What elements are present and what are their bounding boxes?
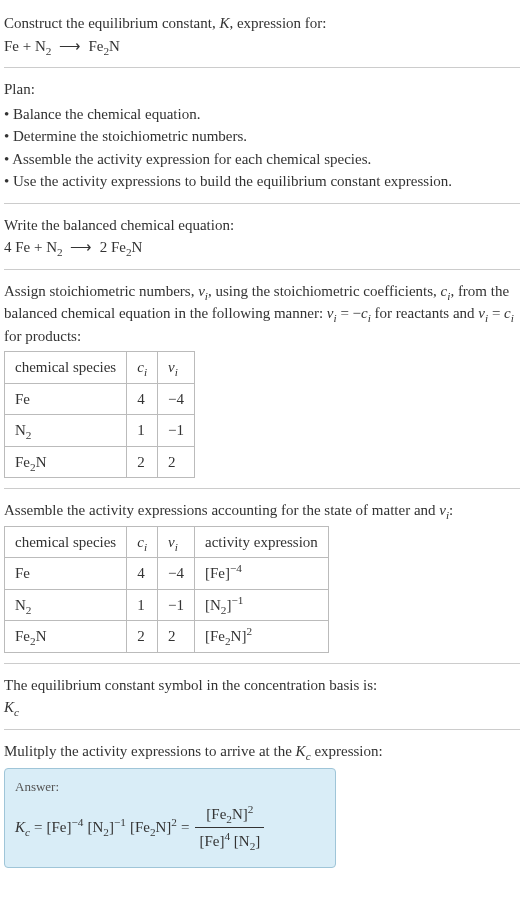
table-row: N2 1 −1 [5,415,195,447]
t: Fe [15,454,30,470]
plus: + [30,239,46,255]
t: [N [205,597,221,613]
table-header-row: chemical species ci νi activity expressi… [5,526,329,558]
cell-nu: −4 [158,383,195,415]
sub: i [511,312,514,324]
exp: −4 [71,816,83,828]
text: expression: [311,743,383,759]
reactant-2: N2 [35,38,51,54]
exp: 2 [246,625,252,637]
denominator: [Fe]4 [N2] [195,828,264,853]
text: = − [337,305,361,321]
cell-c: 1 [127,589,158,621]
c: c [137,359,144,375]
table-header-row: chemical species ci νi [5,352,195,384]
s: 2 [26,604,32,616]
nu: ν [168,359,175,375]
t: N] [231,628,247,644]
kc-symbol: Kc [4,696,520,719]
sub: i [175,366,178,378]
arrow-icon: ⟶ [70,239,92,255]
activity-table: chemical species ci νi activity expressi… [4,526,329,653]
col-species: chemical species [5,352,127,384]
divider [4,269,520,270]
cell-nu: −4 [158,558,195,590]
plan-item: Balance the chemical equation. [4,103,520,126]
col-c: ci [127,526,158,558]
cell-activity: [N2]−1 [194,589,328,621]
plan-list: Balance the chemical equation. Determine… [4,103,520,193]
t: [Fe] [46,819,71,835]
plan-section: Plan: Balance the chemical equation. Det… [4,78,520,193]
t: [Fe] [199,833,224,849]
t: [Fe [205,628,225,644]
exp: 4 [224,830,230,842]
t: N] [232,806,248,822]
plan-title: Plan: [4,78,520,101]
cell-activity: [Fe]−4 [194,558,328,590]
fraction: [Fe2N]2 [Fe]4 [N2] [195,803,264,853]
divider [4,203,520,204]
prompt-text: Construct the equilibrium constant, [4,15,219,31]
divider [4,67,520,68]
plan-item: Assemble the activity expression for eac… [4,148,520,171]
table-row: Fe2N 2 2 [Fe2N]2 [5,621,329,653]
exp: −1 [231,594,243,606]
K: K [15,819,25,835]
cell-c: 4 [127,558,158,590]
sub: i [144,366,147,378]
text: for products: [4,328,81,344]
table-row: Fe 4 −4 [Fe]−4 [5,558,329,590]
stoich-table: chemical species ci νi Fe 4 −4 N2 1 −1 F… [4,351,195,478]
term: [Fe2N]2 [130,816,177,839]
t: N [36,628,47,644]
t: [N [234,833,250,849]
n-tail: N [109,38,120,54]
text: Mulitply the activity expressions to arr… [4,743,296,759]
product-1: Fe2N [88,38,119,54]
s: 2 [26,429,32,441]
equals: = [181,816,189,839]
K: K [4,699,14,715]
nu: ν [198,283,205,299]
kc: Kc [15,816,30,839]
text: Assign stoichiometric numbers, [4,283,198,299]
nu: ν [478,305,485,321]
balanced-equation: 4 Fe + N2 ⟶ 2 Fe2N [4,236,520,259]
t: [Fe [130,819,150,835]
text: = [488,305,504,321]
exp: 2 [248,803,254,815]
cell-species: Fe2N [5,621,127,653]
cell-activity: [Fe2N]2 [194,621,328,653]
col-activity: activity expression [194,526,328,558]
kc-basis-text: The equilibrium constant symbol in the c… [4,674,520,697]
cell-species: N2 [5,415,127,447]
nu: ν [439,502,446,518]
table-row: Fe 4 −4 [5,383,195,415]
c: c [361,305,368,321]
equals: = [34,816,42,839]
answer-equation: Kc = [Fe]−4 [N2]−1 [Fe2N]2 = [Fe2N]2 [Fe… [15,803,325,853]
sub: 2 [57,246,63,258]
n-sub: 2 [46,45,52,57]
cell-c: 2 [127,446,158,478]
balanced-section: Write the balanced chemical equation: 4 … [4,214,520,259]
c: c [137,534,144,550]
table-row: Fe2N 2 2 [5,446,195,478]
col-species: chemical species [5,526,127,558]
prompt-text-2: , expression for: [229,15,326,31]
table-row: N2 1 −1 [N2]−1 [5,589,329,621]
exp: 2 [171,816,177,828]
cell-nu: −1 [158,589,195,621]
cell-nu: −1 [158,415,195,447]
answer-box: Answer: Kc = [Fe]−4 [N2]−1 [Fe2N]2 = [Fe… [4,768,336,868]
problem-statement: Construct the equilibrium constant, K, e… [4,12,520,57]
t: [Fe [206,806,226,822]
sub: i [144,541,147,553]
t: Fe [15,391,30,407]
species: N [132,239,143,255]
col-nu: νi [158,352,195,384]
final-section: Mulitply the activity expressions to arr… [4,740,520,868]
cell-species: Fe2N [5,446,127,478]
plan-item: Use the activity expressions to build th… [4,170,520,193]
